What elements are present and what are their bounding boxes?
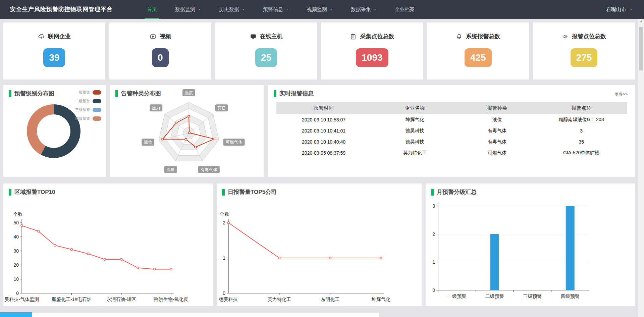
stat-card-title: 报警点位总数 — [533, 33, 635, 40]
stat-label: 在线主机 — [260, 33, 283, 40]
stat-value-badge: 25 — [255, 48, 277, 67]
stat-label: 报警点位总数 — [572, 33, 606, 40]
chevron-down-icon: ▼ — [198, 2, 201, 17]
chart-text: 2 — [223, 220, 225, 225]
data-point — [329, 257, 331, 259]
daily-top5-line-chart: 个数012德昊科技英力特化工东明化工坤辉气化 — [217, 183, 422, 306]
panel-alarm-types: 告警种类分布图 温度其它可燃气体有毒气体流量液位压力 — [110, 85, 264, 177]
scroll-up-icon[interactable]: ∧ — [638, 19, 644, 24]
stat-card: 视频0 — [109, 22, 211, 80]
bar — [490, 234, 499, 290]
chart-text: 30 — [13, 248, 19, 254]
table-cell: 有毒气体 — [459, 139, 536, 145]
stat-value-badge: 39 — [43, 48, 65, 67]
panel-alarm-levels: 预警级别分布图 一级预警二级预警三级预警四级预警 — [3, 85, 106, 177]
nav-item[interactable]: 企业档案 — [386, 0, 424, 19]
nav-menu: 首页数据监测▼历史数据▼预警信息▼视频监测▼数据采集▼企业档案 — [138, 0, 424, 19]
table-cell: 坤辉气化 — [371, 117, 459, 123]
panel-title-text: 日报警量TOP5公司 — [228, 188, 277, 196]
radar-data-point — [162, 138, 164, 140]
nav-item[interactable]: 数据监测▼ — [166, 0, 210, 19]
scrollbar-thumb[interactable] — [639, 27, 643, 70]
chart-text: 坤辉气化 — [371, 297, 390, 302]
donut-slice — [27, 104, 54, 155]
table-cell: 2020-03-10 10:41:01 — [276, 128, 371, 134]
table-row: 2020-03-10 10:40:40德昊科技有毒气体35 — [276, 136, 627, 147]
table-cell: 英力特化工 — [371, 150, 459, 156]
alarm-table: 报警时间企业名称报警种类报警点位2020-03-10 10:53:07坤辉气化液… — [276, 102, 627, 158]
chart-text: 英力特化工 — [268, 297, 291, 302]
table-header-cell: 报警点位 — [536, 105, 627, 111]
chart-text: 20 — [13, 262, 19, 268]
chevron-down-icon: ▼ — [630, 2, 633, 17]
vertical-scrollbar[interactable]: ∧ — [638, 19, 644, 317]
stat-card: 报警点位总数275 — [533, 22, 635, 80]
legend-label: 三级预警 — [75, 107, 90, 112]
chart-text: 0 — [223, 290, 225, 296]
panel-title: 日报警量TOP5公司 — [217, 183, 422, 196]
data-point — [278, 257, 280, 259]
data-line — [228, 223, 381, 258]
footer-blue-block — [0, 312, 32, 317]
stat-label: 视频 — [160, 33, 171, 40]
stat-value-badge: 425 — [465, 48, 492, 67]
legend-item: 三级预警 — [75, 107, 101, 112]
table-cell: 有毒气体 — [459, 128, 536, 134]
stat-card-title: 系统报警总数 — [427, 33, 529, 40]
legend-label: 四级预警 — [75, 116, 90, 121]
more-link[interactable]: 更多>> — [615, 92, 628, 97]
chart-text: 其它 — [217, 106, 226, 110]
chevron-down-icon: ▼ — [374, 2, 377, 17]
nav-item[interactable]: 历史数据▼ — [210, 0, 254, 19]
stat-value-badge: 275 — [571, 48, 598, 67]
data-point — [70, 249, 72, 251]
chart-text: 0 — [432, 287, 435, 293]
chart-text: 一级预警 — [447, 294, 466, 299]
stat-card: 采集点位总数1093 — [321, 22, 423, 80]
app-title: 安全生产风险预警防控物联网管理平台 — [0, 0, 113, 19]
region-selector[interactable]: 石嘴山市 ▼ — [606, 0, 644, 19]
chart-text: 3 — [432, 203, 435, 209]
chart-text: 德昊科技 — [219, 297, 238, 302]
chart-text: 荆洪生物-氧化反 — [154, 297, 189, 302]
data-point — [170, 268, 172, 270]
table-row: 2020-03-10 10:41:01德昊科技有毒气体3 — [276, 125, 627, 136]
panel-title: 告警种类分布图 — [110, 85, 264, 97]
region-label: 石嘴山市 — [606, 0, 626, 19]
radar-data-point — [213, 138, 215, 140]
nav-item[interactable]: 预警信息▼ — [254, 0, 298, 19]
table-cell: 德昊科技 — [371, 139, 459, 145]
radar-data-point — [188, 132, 190, 134]
legend-item: 一级预警 — [75, 90, 101, 95]
table-cell: 德昊科技 — [371, 128, 459, 134]
panel-region-top10: 区域报警TOP10 个数01020304050昊科技-气体监测鹏盛化工-1#电石… — [3, 183, 213, 306]
chart-text: 0 — [16, 290, 19, 296]
table-cell: 可燃气体 — [459, 150, 536, 156]
table-cell: 2020-03-05 08:37:59 — [276, 150, 371, 156]
data-point — [87, 253, 89, 255]
chart-text: 鹏盛化工-1#电石炉 — [52, 297, 91, 302]
panel-title-text: 月预警分级汇总 — [437, 188, 477, 196]
chart-text: 40 — [13, 234, 19, 240]
table-cell: 液位 — [459, 117, 536, 123]
stat-value-badge: 1093 — [356, 48, 388, 67]
nav-item[interactable]: 首页 — [138, 0, 166, 19]
stat-card-title: 采集点位总数 — [321, 33, 423, 40]
chart-text: 昊科技-气体监测 — [5, 297, 39, 302]
chart-text: 三级预警 — [523, 294, 542, 299]
table-cell: 2020-03-10 10:53:07 — [276, 117, 371, 122]
chart-text: 1 — [432, 259, 435, 265]
region-top10-line-chart: 个数01020304050昊科技-气体监测鹏盛化工-1#电石炉永润石油-罐区荆洪… — [3, 183, 213, 306]
legend-label: 一级预警 — [75, 90, 90, 95]
chart-text: 压力 — [152, 106, 160, 110]
bar — [566, 206, 575, 290]
panel-monthly-summary: 月预警分级汇总 0123一级预警二级预警三级预警四级预警 — [426, 183, 635, 306]
nav-item[interactable]: 数据采集▼ — [342, 0, 386, 19]
radar-data-point — [175, 122, 177, 124]
chart-text: 永润石油-罐区 — [106, 297, 136, 302]
title-accent-bar — [9, 189, 11, 196]
title-accent-bar — [222, 189, 225, 196]
data-point — [380, 257, 382, 259]
nav-item[interactable]: 视频监测▼ — [298, 0, 342, 19]
table-cell: 精醇南罐液位GT_203 — [536, 117, 627, 123]
